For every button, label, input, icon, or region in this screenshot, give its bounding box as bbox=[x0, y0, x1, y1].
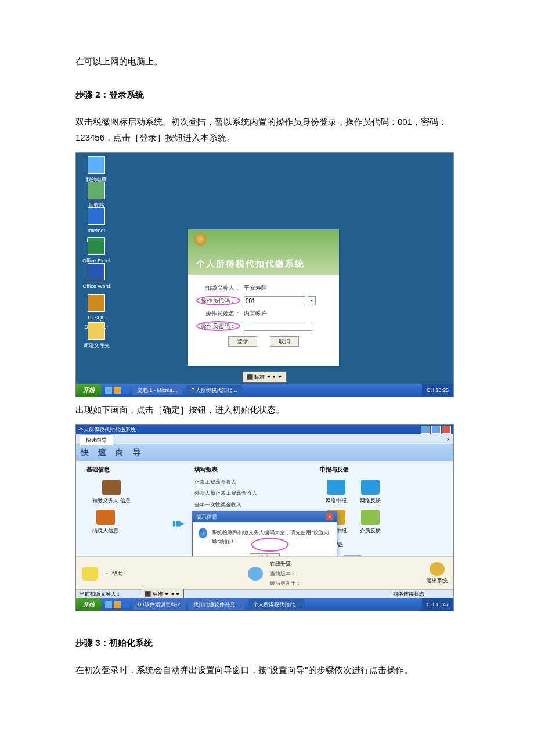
col-heading-voucher: 税款凭证 bbox=[320, 539, 443, 550]
close-button[interactable] bbox=[442, 426, 451, 434]
login-window: 个人所得税代扣代缴系统 扣缴义务人： 平安寿险 操作员代码： ▾ 操作员姓名： … bbox=[188, 229, 339, 366]
desktop-icon-recycle-bin[interactable]: 回收站 bbox=[78, 182, 114, 210]
col-heading-forms: 填写报表 bbox=[194, 465, 287, 475]
desktop-icon-new-folder[interactable]: 新建文件夹 bbox=[78, 322, 114, 350]
label-operator-name: 操作员姓名： bbox=[188, 308, 244, 319]
label-operator-code: 操作员代码： bbox=[188, 296, 244, 306]
taskbar-item[interactable]: 个人所得税代扣代… bbox=[248, 599, 305, 610]
tab-quick-wizard[interactable]: 快速向导 bbox=[80, 434, 113, 445]
icon-taxpayer-info[interactable]: 扣缴义务人 信息 bbox=[92, 480, 131, 505]
help-label[interactable]: ・ 帮助 bbox=[104, 568, 123, 579]
dialog-titlebar: 提示信息 × bbox=[193, 512, 337, 522]
login-header: 个人所得税代扣代缴系统 bbox=[188, 229, 339, 275]
taskbar-item[interactable]: 代扣代缴软件补充… bbox=[189, 599, 245, 610]
icon-label: 网络反馈 bbox=[360, 496, 381, 505]
exit-label[interactable]: 退出系统 bbox=[427, 576, 448, 585]
window-titlebar: 个人所得税代扣代缴系统 bbox=[76, 425, 453, 434]
cancel-button[interactable]: 取消 bbox=[270, 336, 299, 347]
exit-icon[interactable] bbox=[430, 562, 445, 576]
prev-page-continuation: 在可以上网的电脑上。 bbox=[75, 53, 459, 69]
label-taxpayer: 扣缴义务人： bbox=[188, 283, 244, 293]
form-item[interactable]: 全年一次性奖金收入 bbox=[194, 500, 287, 509]
desktop-icon-my-computer[interactable]: 我的电脑 bbox=[78, 156, 114, 184]
upgrade-version-label: 当前版本： bbox=[270, 569, 301, 578]
operator-code-field[interactable] bbox=[244, 296, 305, 305]
icon-label: 扣缴义务人 信息 bbox=[92, 496, 131, 505]
form-item[interactable]: 外籍人员正常工资薪金收入 bbox=[194, 488, 287, 498]
icon-label: 介质反馈 bbox=[360, 526, 381, 535]
taskbar: 开始 D:\软件培训资料-2 代扣代缴软件补充… 个人所得税代扣代… CH 13… bbox=[76, 598, 453, 611]
status-taxpayer-label: 当前扣缴义务人： bbox=[80, 589, 121, 599]
value-operator-name: 内置帐户 bbox=[244, 308, 267, 319]
value-taxpayer: 平安寿险 bbox=[244, 283, 267, 293]
step2-paragraph: 双击税徽图标启动系统。初次登陆，暂以系统内置的操作员身份登录，操作员代码：001… bbox=[75, 114, 459, 145]
dialog-close-button[interactable]: × bbox=[326, 513, 333, 520]
screenshot-wizard-dialog: 个人所得税代扣代缴系统 快速向导 × 快 速 向 导 基础信息 扣缴义务人 信息… bbox=[75, 424, 454, 611]
icon-label: 网络申报 bbox=[326, 496, 347, 505]
desktop-icon-label: 新建文件夹 bbox=[84, 343, 110, 348]
status-bar: 当前扣缴义务人： ⬛ 标准 ⏷ ⌨ ⏷ 网络连接状态： bbox=[76, 589, 453, 598]
taskbar-item[interactable]: 个人所得税代扣代… bbox=[186, 385, 242, 395]
icon-person-info[interactable]: 纳税人信息 bbox=[92, 510, 118, 535]
upgrade-updated-label: 最后更新于： bbox=[270, 578, 301, 588]
taskbar-item[interactable]: D:\软件培训资料-2 bbox=[133, 599, 185, 610]
system-tray[interactable]: CH 13:47 bbox=[422, 598, 453, 611]
icon-media-feedback[interactable]: 介质反馈 bbox=[360, 510, 381, 535]
window-title: 个人所得税代扣代缴系统 bbox=[78, 425, 136, 434]
password-field[interactable] bbox=[244, 322, 312, 331]
login-title: 个人所得税代扣代缴系统 bbox=[196, 255, 305, 271]
info-icon: i bbox=[199, 528, 207, 538]
quick-launch-icon[interactable] bbox=[122, 387, 129, 394]
help-icon[interactable] bbox=[82, 567, 98, 581]
login-button[interactable]: 登录 bbox=[228, 336, 257, 347]
taskbar: 开始 文档 1 - Micros… 个人所得税代扣代… CH 13:25 bbox=[76, 384, 453, 397]
upgrade-icon[interactable] bbox=[248, 567, 263, 581]
tab-close-icon[interactable]: × bbox=[443, 434, 453, 445]
arrow-icon: ▮▮▶ bbox=[172, 518, 184, 530]
dialog-title: 提示信息 bbox=[196, 512, 217, 521]
app-footer: ・ 帮助 在线升级 当前版本： 最后更新于： 退出系统 bbox=[76, 556, 453, 590]
after-shot1-caption: 出现如下画面，点击［确定］按钮，进入初始化状态。 bbox=[75, 402, 459, 417]
start-button[interactable]: 开始 bbox=[76, 384, 102, 397]
screenshot-xp-desktop-login: 我的电脑 回收站 Internet Explorer Office Excel … bbox=[75, 152, 454, 397]
taskbar-item[interactable]: 文档 1 - Micros… bbox=[133, 385, 182, 395]
system-tray[interactable]: CH 13:25 bbox=[422, 384, 453, 397]
maximize-button[interactable] bbox=[431, 426, 441, 434]
col-heading-basic: 基础信息 bbox=[86, 465, 162, 475]
annotation-circle bbox=[251, 538, 288, 552]
icon-label: 纳税人信息 bbox=[92, 526, 118, 535]
quick-launch-icon[interactable] bbox=[114, 387, 121, 394]
tab-bar: 快速向导 × bbox=[76, 434, 453, 444]
ime-toolbar[interactable]: ⬛ 标准 ⏷ ⌨ ⏷ bbox=[243, 371, 287, 383]
step2-heading: 步骤 2：登录系统 bbox=[75, 87, 459, 102]
upgrade-heading: 在线升级 bbox=[270, 559, 301, 568]
quick-launch-icon[interactable] bbox=[122, 601, 129, 608]
operator-code-dropdown-button[interactable]: ▾ bbox=[308, 296, 316, 305]
icon-net-feedback[interactable]: 网络反馈 bbox=[360, 480, 381, 505]
quick-launch-icon[interactable] bbox=[105, 387, 112, 394]
minimize-button[interactable] bbox=[421, 426, 430, 434]
label-password: 操作员密码： bbox=[188, 321, 244, 332]
quick-launch-icon[interactable] bbox=[114, 601, 121, 608]
quick-launch-icon[interactable] bbox=[105, 601, 112, 608]
tax-emblem-icon bbox=[194, 233, 207, 246]
status-network-label: 网络连接状态： bbox=[393, 589, 430, 599]
page-title: 快 速 向 导 bbox=[76, 444, 453, 461]
start-button[interactable]: 开始 bbox=[76, 598, 102, 611]
step3-heading: 步骤 3：初始化系统 bbox=[75, 635, 459, 650]
step3-paragraph: 在初次登录时，系统会自动弹出设置向导窗口，按"设置向导"的步骤依次进行点击操作。 bbox=[75, 662, 459, 678]
form-item[interactable]: 正常工资薪金收入 bbox=[194, 477, 287, 487]
col-heading-report: 申报与反馈 bbox=[320, 465, 443, 475]
icon-net-report[interactable]: 网络申报 bbox=[326, 480, 347, 505]
